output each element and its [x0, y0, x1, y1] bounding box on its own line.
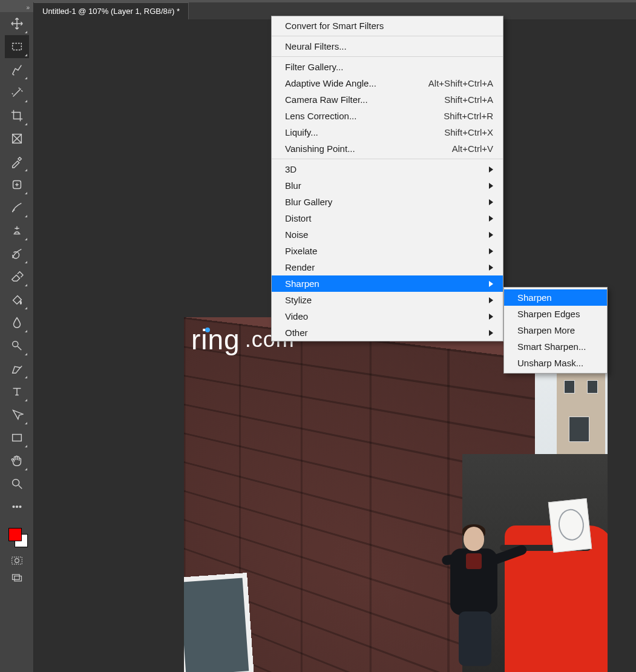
menu-item-label: Distort — [285, 213, 311, 223]
menu-separator — [272, 159, 503, 159]
paint-bucket-tool[interactable] — [5, 288, 29, 311]
menu-item-label: Sharpen — [517, 292, 552, 303]
move-tool[interactable] — [5, 12, 29, 35]
menu-item-label: Pixelate — [285, 246, 317, 256]
filter-menu-item[interactable]: Render — [272, 259, 503, 275]
svg-rect-11 — [12, 575, 19, 579]
edit-toolbar[interactable] — [5, 495, 29, 518]
filter-menu-item[interactable]: Noise — [272, 226, 503, 243]
image-window-fragment — [184, 573, 254, 672]
frame-tool[interactable] — [5, 127, 29, 150]
healing-brush-tool[interactable] — [5, 173, 29, 196]
pen-tool[interactable] — [5, 357, 29, 380]
menu-item-label: Blur — [285, 180, 301, 191]
menu-item-label: Render — [285, 262, 315, 272]
document-tab[interactable]: Untitled-1 @ 107% (Layer 1, RGB/8#) * — [34, 2, 189, 19]
submenu-arrow-icon — [489, 232, 493, 238]
svg-rect-4 — [12, 435, 21, 441]
submenu-arrow-icon — [489, 297, 493, 303]
filter-menu-item[interactable]: Sharpen — [272, 275, 503, 292]
filter-menu-item[interactable]: Vanishing Point...Alt+Ctrl+V — [272, 140, 503, 157]
menu-item-label: Other — [285, 328, 308, 338]
history-brush-tool[interactable] — [5, 242, 29, 265]
submenu-arrow-icon — [489, 281, 493, 287]
filter-menu-item[interactable]: 3D — [272, 161, 503, 177]
filter-menu-item[interactable]: Video — [272, 308, 503, 324]
watermark-dot-icon — [205, 328, 210, 332]
filter-menu-item[interactable]: Filter Gallery... — [272, 59, 503, 75]
svg-rect-12 — [14, 576, 21, 581]
filter-menu-item[interactable]: Blur — [272, 177, 503, 194]
menu-item-shortcut: Shift+Ctrl+A — [444, 94, 493, 105]
submenu-arrow-icon — [489, 183, 493, 189]
filter-menu-item[interactable]: Other — [272, 324, 503, 341]
menu-item-label: Noise — [285, 229, 308, 240]
filter-menu-item[interactable]: Convert for Smart Filters — [272, 18, 503, 34]
menu-item-label: Sharpen — [285, 278, 320, 289]
path-selection-tool[interactable] — [5, 403, 29, 426]
dodge-tool[interactable] — [5, 334, 29, 357]
type-tool[interactable] — [5, 380, 29, 403]
sharpen-menu-item[interactable]: Unsharp Mask... — [504, 355, 607, 371]
foreground-swatch[interactable] — [8, 528, 22, 541]
filter-menu-item[interactable]: Stylize — [272, 292, 503, 308]
menu-item-label: Smart Sharpen... — [517, 341, 586, 352]
blur-tool[interactable] — [5, 311, 29, 334]
filter-menu-item[interactable]: Lens Correction...Shift+Ctrl+R — [272, 108, 503, 124]
lasso-tool[interactable] — [5, 58, 29, 81]
menu-item-label: Camera Raw Filter... — [285, 94, 368, 105]
color-swatches[interactable] — [5, 524, 29, 552]
filter-menu-item[interactable]: Adaptive Wide Angle...Alt+Shift+Ctrl+A — [272, 75, 503, 91]
menu-item-label: Blur Gallery — [285, 197, 332, 207]
menu-item-label: Convert for Smart Filters — [285, 21, 384, 31]
filter-menu: Convert for Smart FiltersNeural Filters.… — [271, 16, 503, 341]
filter-menu-item[interactable]: Camera Raw Filter...Shift+Ctrl+A — [272, 91, 503, 108]
filter-menu-item[interactable]: Neural Filters... — [272, 38, 503, 54]
filter-menu-item[interactable]: Liquify...Shift+Ctrl+X — [272, 124, 503, 140]
toolbox-expand-handle[interactable]: » — [0, 2, 33, 12]
sharpen-submenu: SharpenSharpen EdgesSharpen MoreSmart Sh… — [503, 287, 608, 374]
document-tab-title: Untitled-1 @ 107% (Layer 1, RGB/8#) * — [42, 7, 180, 16]
image-box-held — [548, 498, 592, 553]
menu-item-shortcut: Shift+Ctrl+R — [444, 111, 493, 121]
crop-tool[interactable] — [5, 104, 29, 127]
hand-tool[interactable] — [5, 449, 29, 472]
sharpen-menu-item[interactable]: Sharpen Edges — [504, 306, 607, 322]
rectangle-tool[interactable] — [5, 426, 29, 449]
eraser-tool[interactable] — [5, 265, 29, 288]
rectangular-marquee-tool[interactable] — [5, 35, 29, 58]
sharpen-menu-item[interactable]: Smart Sharpen... — [504, 338, 607, 355]
svg-point-5 — [12, 479, 19, 486]
sharpen-menu-item[interactable]: Sharpen More — [504, 322, 607, 338]
svg-point-3 — [12, 341, 18, 347]
submenu-arrow-icon — [489, 248, 493, 254]
image-person — [444, 527, 505, 666]
submenu-arrow-icon — [489, 216, 493, 222]
magic-wand-tool[interactable] — [5, 81, 29, 104]
sharpen-menu-item[interactable]: Sharpen — [504, 289, 607, 306]
clone-stamp-tool[interactable] — [5, 219, 29, 242]
svg-point-6 — [13, 506, 15, 508]
image-house-window — [587, 380, 598, 394]
menu-item-label: Sharpen More — [517, 325, 575, 335]
menu-item-label: Stylize — [285, 295, 312, 305]
menu-item-label: Sharpen Edges — [517, 309, 580, 319]
filter-menu-item[interactable]: Distort — [272, 210, 503, 226]
quick-mask-toggle[interactable] — [5, 552, 29, 569]
toolbox: » — [0, 2, 34, 672]
eyedropper-tool[interactable] — [5, 150, 29, 173]
menu-item-label: Vanishing Point... — [285, 143, 355, 154]
canvas-area[interactable]: ring.com Convert for Smart FiltersNeural… — [34, 19, 636, 672]
menu-item-shortcut: Alt+Shift+Ctrl+A — [428, 78, 493, 88]
image-house-window — [564, 380, 575, 394]
filter-menu-item[interactable]: Pixelate — [272, 243, 503, 259]
menu-item-label: Filter Gallery... — [285, 62, 343, 72]
filter-menu-item[interactable]: Blur Gallery — [272, 194, 503, 210]
menu-item-label: Liquify... — [285, 127, 318, 137]
brush-tool[interactable] — [5, 196, 29, 219]
submenu-arrow-icon — [489, 166, 493, 173]
screen-mode-toggle[interactable] — [5, 569, 29, 586]
menu-item-label: Neural Filters... — [285, 41, 347, 51]
expand-icon: » — [26, 4, 30, 11]
zoom-tool[interactable] — [5, 472, 29, 495]
